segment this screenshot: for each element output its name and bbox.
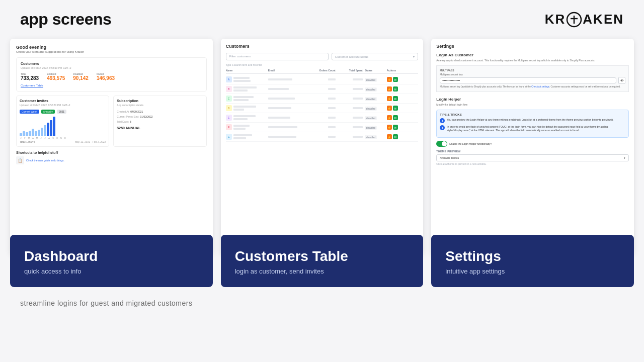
dp-chart-range: May 12, 2021 - Feb 2, 2022 xyxy=(75,140,106,143)
sp-tip-icon-2: i xyxy=(440,125,445,130)
action-btn-login[interactable]: ⚡ xyxy=(387,125,392,130)
action-btn-login[interactable]: ⚡ xyxy=(387,96,392,101)
dp-greeting: Good evening xyxy=(16,45,207,50)
dp-bottom-row: Customer Invites Updated at: Feb 2, 2022… xyxy=(16,96,207,147)
sp-helper-desc: Modify the default login flow xyxy=(436,103,629,107)
sp-toggle[interactable] xyxy=(436,141,447,147)
overlay-dashboard-title: Dashboard xyxy=(24,249,199,264)
dp-badge-week[interactable]: Current Week xyxy=(20,110,39,114)
table-row: Gdisabled⚡✉ xyxy=(226,132,419,142)
cp-status-filter[interactable]: Customer account status ▾ xyxy=(332,53,418,60)
sp-login-helper: Login Helper Modify the default login fl… xyxy=(436,97,629,165)
overlay-settings-subtitle: intuitive app settings xyxy=(445,267,620,275)
sp-secret-key-input[interactable]: •••••••••••••••••••• xyxy=(440,77,616,83)
chevron-down-icon-2: ▾ xyxy=(624,156,625,159)
sp-field-row: •••••••••••••••••••• 👁 xyxy=(440,77,625,84)
mini-chart xyxy=(20,116,106,136)
dp-invites-updated: Updated at: Feb 2, 2022, 9:55:30 PM GMT+… xyxy=(20,104,106,107)
cp-filters: Filter customers Customer account status… xyxy=(226,53,419,60)
dp-badge-row: Current Week Annually 2021 xyxy=(20,110,106,114)
table-row: Bdisabled⚡✉ xyxy=(226,84,419,94)
action-btn-invite[interactable]: ✉ xyxy=(393,134,398,139)
cp-table-body: Adisabled⚡✉Bdisabled⚡✉Cdisabled⚡✉Ddisabl… xyxy=(226,75,419,142)
sp-theme-section: THEME PREVIEW Available themes ▾ Click a… xyxy=(436,150,629,165)
dp-sub-subtitle: App subscription details xyxy=(117,104,203,107)
table-row: Fdisabled⚡✉ xyxy=(226,123,419,132)
logo-text: KR xyxy=(545,12,566,27)
sp-login-title: Login As Customer xyxy=(436,53,629,57)
logo-text-2: AKEN xyxy=(583,12,624,27)
dp-sub-period: Current Period End: 01/02/2022 xyxy=(117,115,203,118)
sp-toggle-label: Enable the Login Helper functionality? xyxy=(449,142,492,145)
dp-shortcut-text[interactable]: Check the user guide to do things. xyxy=(26,159,64,162)
action-btn-login[interactable]: ⚡ xyxy=(387,134,392,139)
action-btn-login[interactable]: ⚡ xyxy=(387,106,392,111)
screenshots-row: Good evening Check your stats and sugges… xyxy=(0,34,644,265)
action-btn-invite[interactable]: ✉ xyxy=(393,115,398,120)
dp-shortcut-item: 📋 Check the user guide to do things. xyxy=(16,156,207,164)
col-actions: Actions xyxy=(387,69,402,72)
dp-shortcuts-title: Shortcuts to helpful stuff xyxy=(16,151,207,154)
sp-theme-select[interactable]: Available themes ▾ xyxy=(436,154,629,161)
table-row: Edisabled⚡✉ xyxy=(226,113,419,123)
status-badge: disabled xyxy=(365,87,377,92)
dp-section-title: Customers xyxy=(21,62,202,65)
sp-tips-title: TIPS & TRICKS xyxy=(440,113,625,116)
overlay-customers-title: Customers Table xyxy=(235,249,410,264)
cp-search[interactable]: Filter customers xyxy=(226,53,329,60)
table-row: Cdisabled⚡✉ xyxy=(226,94,419,104)
action-btn-login[interactable]: ⚡ xyxy=(387,77,392,82)
dp-badge-year[interactable]: 2021 xyxy=(57,110,66,114)
action-btn-invite[interactable]: ✉ xyxy=(393,106,398,111)
action-btn-invite[interactable]: ✉ xyxy=(393,96,398,101)
dp-subscription-box: Subscription App subscription details Cr… xyxy=(113,96,206,147)
table-row: Adisabled⚡✉ xyxy=(226,75,419,84)
dp-customers-link[interactable]: Customers Table xyxy=(21,84,202,87)
table-row: Ddisabled⚡✉ xyxy=(226,104,419,113)
cp-table-header: Name Email Orders Count Total Spent Stat… xyxy=(226,69,419,74)
sp-tips-box: TIPS & TRICKS i You can preview the Logi… xyxy=(436,110,629,138)
action-btn-login[interactable]: ⚡ xyxy=(387,86,392,92)
customers-panel: Customers Filter customers Customer acco… xyxy=(221,39,424,147)
chevron-down-icon: ▾ xyxy=(413,55,415,58)
dp-stat-total: Total 733,283 xyxy=(21,72,39,81)
sp-tip-2: i In order to avoid any flash of unstyle… xyxy=(440,125,625,132)
status-badge: disabled xyxy=(365,97,377,101)
dp-sub-title: Subscription xyxy=(117,99,203,103)
cp-title: Customers xyxy=(226,44,419,49)
status-badge: disabled xyxy=(365,107,377,111)
chart-labels: JFMAMJJASOND xyxy=(20,137,106,139)
sp-eye-button[interactable]: 👁 xyxy=(618,77,625,84)
dp-sub-created: Created At: 04/29/2021 xyxy=(117,110,203,113)
footer: streamline logins for guest and migrated… xyxy=(0,287,644,319)
sp-tip-icon-1: i xyxy=(440,118,445,123)
dp-invites-title: Customer Invites xyxy=(20,99,106,103)
dp-chart-total: Total: 176944 xyxy=(20,140,35,143)
sp-login-as-customer: Login As Customer An easy way to check c… xyxy=(436,53,629,92)
customers-screenshot: Customers Filter customers Customer acco… xyxy=(221,39,424,255)
sp-helper-title: Login Helper xyxy=(436,97,629,102)
action-btn-invite[interactable]: ✉ xyxy=(393,86,398,92)
logo-anchor-icon xyxy=(566,12,582,28)
dp-stat-enabled: Enabled 493,575 xyxy=(47,72,65,81)
dp-shortcuts: Shortcuts to helpful stuff 📋 Check the u… xyxy=(16,151,207,164)
sp-login-desc: An easy way to check customer's account.… xyxy=(436,59,629,62)
action-btn-login[interactable]: ⚡ xyxy=(387,115,392,120)
status-badge: disabled xyxy=(365,116,377,120)
settings-panel: Settings Login As Customer An easy way t… xyxy=(431,39,634,175)
dp-subtitle: Check your stats and suggestions for usi… xyxy=(16,50,207,53)
sp-theme-label: THEME PREVIEW xyxy=(436,150,629,153)
sp-multipass-label: MULTIPASS xyxy=(440,69,625,72)
app-title: app screens xyxy=(20,10,111,29)
dp-invites-box: Customer Invites Updated at: Feb 2, 2022… xyxy=(16,96,109,147)
overlay-cards: Dashboard quick access to info Customers… xyxy=(0,235,644,287)
dp-badge-annually[interactable]: Annually xyxy=(41,110,55,114)
dp-shortcut-icon: 📋 xyxy=(16,156,24,164)
action-btn-invite[interactable]: ✉ xyxy=(393,125,398,130)
col-spent: Total Spent xyxy=(338,69,363,72)
col-status: Status xyxy=(365,69,385,72)
overlay-card-settings: Settings intuitive app settings xyxy=(431,235,634,287)
sp-multipass-box: MULTIPASS Multipass secret key •••••••••… xyxy=(436,65,629,92)
action-btn-invite[interactable]: ✉ xyxy=(393,77,398,82)
dp-stat-invited: Invited 146,963 xyxy=(97,72,115,81)
